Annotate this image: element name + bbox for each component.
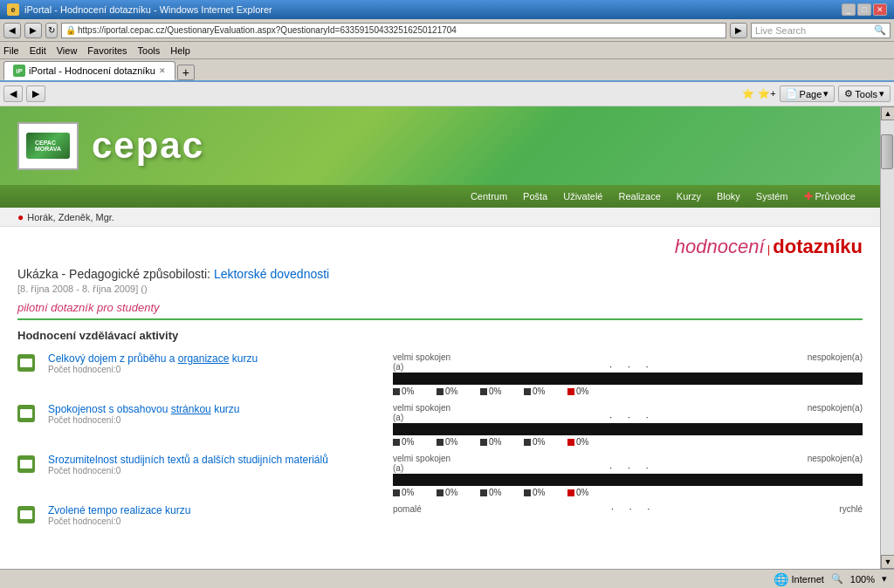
nav-realizace[interactable]: Realizace [611, 189, 667, 203]
quest-title-link[interactable]: Lektorské dovednosti [214, 267, 329, 281]
scale-left-1: velmi spokojen(a) [393, 403, 450, 422]
quest-date: [8. října 2008 - 8. října 2009] () [17, 284, 863, 294]
browser-toolbar: ◀ ▶ ↻ 🔒 https://iportal.cepac.cz/Questio… [0, 19, 894, 42]
zoom-dropdown-icon[interactable]: ▾ [882, 573, 887, 585]
item-title-0[interactable]: Celkový dojem z průběhu a organizace kur… [48, 352, 380, 365]
rating-bar-1 [393, 423, 863, 435]
menu-tools[interactable]: Tools [138, 45, 161, 56]
quest-title-prefix: Ukázka - Pedagogické způsobilosti: [17, 267, 214, 281]
cepac-logo-image: CEPACMORAVA [26, 133, 70, 159]
url-text: https://iportal.cepac.cz/QuestionaryEval… [78, 25, 457, 35]
menu-bar: File Edit View Favorites Tools Help [0, 42, 894, 59]
back-button[interactable]: ◀ [3, 23, 21, 38]
ie-icon: e [7, 3, 19, 16]
new-tab-button[interactable]: + [177, 65, 195, 80]
status-zone: 🌐 Internet [774, 572, 824, 586]
tab-bar: iP iPortal - Hodnocení dotazníku ✕ + [0, 59, 894, 82]
menu-help[interactable]: Help [170, 45, 190, 56]
item-title-3[interactable]: Zvolené tempo realizace kurzu [48, 504, 380, 516]
search-bar[interactable]: Live Search 🔍 [751, 23, 891, 38]
address-bar[interactable]: 🔒 https://iportal.cepac.cz/QuestionaryEv… [61, 23, 726, 38]
go-button[interactable]: ▶ [730, 23, 747, 38]
user-icon: ● [17, 211, 24, 223]
window-title: iPortal - Hodnocení dotazníku - Windows … [24, 4, 272, 15]
site-header: CEPACMORAVA cepac [0, 106, 880, 185]
back-page-button[interactable]: ◀ [3, 85, 23, 102]
nav-posta[interactable]: Pošta [516, 189, 554, 203]
item-icon-0 [17, 354, 35, 372]
rating-items-list: Celkový dojem z průběhu a organizace kur… [17, 352, 863, 526]
page-dropdown-icon: ▾ [823, 88, 829, 99]
forward-arrow-icon: ▶ [32, 88, 39, 99]
item-left-1: Spokojenost s obsahovou stránkou kurzu P… [48, 403, 380, 425]
nav-centrum[interactable]: Centrum [464, 189, 514, 203]
site-brand: cepac [92, 125, 204, 167]
section-heading: Hodnocení vzdělávací aktivity [17, 329, 863, 342]
item-icon-3 [17, 506, 35, 523]
zone-text: Internet [792, 574, 824, 585]
active-tab[interactable]: iP iPortal - Hodnocení dotazníku ✕ [3, 61, 175, 80]
title-bar: e iPortal - Hodnocení dotazníku - Window… [0, 0, 894, 19]
scrollbar[interactable]: ▲ ▼ [880, 106, 894, 569]
refresh-button[interactable]: ↻ [45, 23, 58, 38]
rating-item: Spokojenost s obsahovou stránkou kurzu P… [17, 403, 863, 447]
window-controls[interactable]: _ □ ✕ [842, 3, 887, 16]
menu-view[interactable]: View [57, 45, 78, 56]
dot-0-3: · [646, 362, 649, 372]
item-title-1[interactable]: Spokojenost s obsahovou stránkou kurzu [48, 403, 380, 415]
dot-3-3: · [647, 504, 650, 514]
dot-1-1: · [609, 413, 612, 422]
nav-kurzy[interactable]: Kurzy [670, 189, 708, 203]
tab-close-button[interactable]: ✕ [159, 66, 166, 75]
cross-icon: ✚ [804, 190, 813, 202]
tab-favicon: iP [13, 65, 25, 77]
tools-dropdown-icon: ▾ [879, 88, 884, 99]
item-count-0: Počet hodnocení:0 [48, 365, 380, 374]
item-right-0: velmi spokojen(a) · · · nespokojen(a) 0% [393, 352, 863, 396]
minimize-button[interactable]: _ [842, 3, 856, 16]
rating-bar-2 [393, 474, 863, 486]
page-title-section: hodnocení | dotazníku [17, 236, 863, 258]
nav-system[interactable]: Systém [749, 189, 795, 203]
quest-title: Ukázka - Pedagogické způsobilosti: Lekto… [17, 267, 863, 281]
nav-bloky[interactable]: Bloky [710, 189, 747, 203]
scroll-thumb[interactable] [881, 134, 893, 169]
menu-favorites[interactable]: Favorites [87, 45, 127, 56]
rating-percentages-0: 0% 0% 0% 0% 0% [393, 386, 863, 396]
scale-right-3: rychlé [839, 504, 863, 514]
forward-page-button[interactable]: ▶ [26, 85, 45, 102]
rating-bar-0 [393, 373, 863, 385]
scroll-up-button[interactable]: ▲ [881, 106, 894, 120]
close-button[interactable]: ✕ [873, 3, 887, 16]
site-content: CEPACMORAVA cepac Centrum Pošta Uživatel… [0, 106, 880, 569]
item-left-0: Celkový dojem z průběhu a organizace kur… [48, 352, 380, 374]
item-icon-2 [17, 455, 35, 473]
menu-file[interactable]: File [3, 45, 19, 56]
menu-edit[interactable]: Edit [30, 45, 46, 56]
site-nav: Centrum Pošta Uživatelé Realizace Kurzy … [0, 185, 880, 208]
dot-1-2: · [628, 413, 630, 422]
search-icon[interactable]: 🔍 [870, 24, 890, 37]
nav-uzivatele[interactable]: Uživatelé [556, 189, 609, 203]
scroll-down-button[interactable]: ▼ [881, 555, 894, 569]
item-left-3: Zvolené tempo realizace kurzu Počet hodn… [48, 504, 380, 526]
maximize-button[interactable]: □ [857, 3, 871, 16]
add-favorites-icon[interactable]: ⭐+ [758, 88, 775, 99]
hodnoceni-text: hodnocení [675, 236, 765, 257]
back-arrow-icon: ◀ [10, 88, 17, 99]
item-title-2[interactable]: Srozumitelnost studijních textů a dalšíc… [48, 454, 380, 466]
scale-left-3: pomalé [393, 504, 422, 514]
page-icon: 📄 [786, 88, 798, 99]
dot-0-1: · [609, 362, 612, 372]
tools-button[interactable]: ⚙ Tools ▾ [838, 85, 891, 102]
item-count-1: Počet hodnocení:0 [48, 415, 380, 425]
dot-2-2: · [628, 463, 630, 473]
page-button[interactable]: 📄 Page ▾ [780, 85, 836, 102]
favorites-icon[interactable]: ⭐ [742, 88, 754, 99]
status-bar: 🌐 Internet 🔍 100% ▾ [0, 569, 894, 588]
user-bar: ● Horák, Zdeněk, Mgr. [0, 208, 880, 227]
nav-pruvodce[interactable]: ✚ Průvodce [797, 188, 863, 204]
scale-left-2: velmi spokojen(a) [393, 454, 450, 473]
forward-button[interactable]: ▶ [24, 23, 42, 38]
ie-secondary-toolbar: ◀ ▶ ⭐ ⭐+ 📄 Page ▾ ⚙ Tools ▾ [0, 82, 894, 106]
